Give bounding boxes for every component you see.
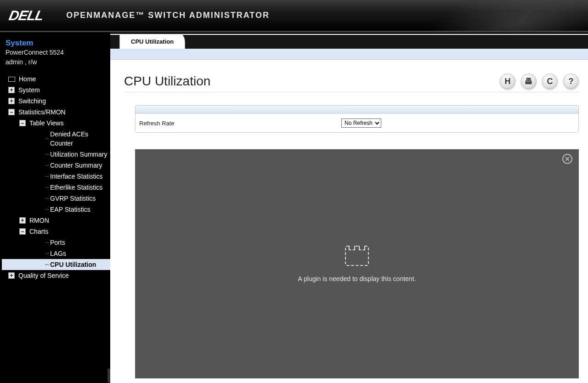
- nav-denied-label: Denied ACEs Counter: [50, 130, 110, 148]
- tree-connector: ┈: [45, 134, 48, 143]
- nav-gvrp[interactable]: ┈ GVRP Statistics: [2, 193, 110, 204]
- collapse-icon[interactable]: –: [8, 109, 15, 115]
- refresh-rate-select[interactable]: No Refresh: [341, 118, 381, 128]
- nav-qos-label: Quality of Service: [18, 271, 69, 280]
- toolbar: H 🖶 C ?: [500, 73, 579, 89]
- page-title: CPU Utilization: [124, 74, 210, 89]
- nav-ether-label: Etherlike Statistics: [50, 183, 102, 192]
- close-button[interactable]: ✕: [562, 154, 572, 164]
- expand-icon[interactable]: +: [19, 217, 26, 224]
- save-button[interactable]: H: [500, 73, 515, 89]
- user-role: admin , r/w: [6, 57, 105, 67]
- app-title: OPENMANAGE™ SWITCH ADMINISTRATOR: [66, 11, 270, 20]
- collapse-icon[interactable]: –: [19, 228, 26, 235]
- nav-table-views-label: Table Views: [29, 118, 63, 128]
- refresh-icon: C: [547, 77, 553, 86]
- nav-qos[interactable]: + Quality of Service: [2, 270, 110, 281]
- expand-icon[interactable]: +: [8, 98, 15, 104]
- nav-ports[interactable]: ┈ Ports: [2, 237, 110, 248]
- collapse-icon[interactable]: –: [19, 120, 26, 126]
- nav-eap[interactable]: ┈ EAP Statistics: [2, 204, 110, 215]
- help-button[interactable]: ?: [563, 73, 579, 89]
- nav-iface-stats[interactable]: ┈ Interface Statistics: [2, 171, 110, 182]
- expand-icon[interactable]: +: [8, 272, 15, 279]
- tree-connector: ┈: [45, 238, 48, 247]
- close-icon: ✕: [565, 155, 570, 163]
- nav-ether-stats[interactable]: ┈ Etherlike Statistics: [2, 182, 110, 193]
- print-icon: 🖶: [525, 77, 533, 86]
- nav-charts-label: Charts: [29, 227, 48, 236]
- tree-connector: ┈: [45, 183, 48, 192]
- plugin-message: A plugin is needed to display this conte…: [298, 275, 416, 282]
- save-icon: H: [505, 77, 511, 86]
- refresh-button[interactable]: C: [542, 73, 558, 89]
- plugin-icon: [345, 246, 369, 266]
- expand-icon[interactable]: +: [8, 87, 15, 93]
- nav-iface-label: Interface Statistics: [50, 172, 102, 181]
- nav-denied-aces[interactable]: ┈ Denied ACEs Counter: [2, 129, 110, 149]
- nav-switching[interactable]: + Switching: [2, 96, 110, 107]
- nav-statistics-rmon[interactable]: – Statistics/RMON: [2, 107, 110, 118]
- nav-system[interactable]: + System: [2, 84, 110, 96]
- nav-switching-label: Switching: [18, 96, 46, 106]
- nav-lags[interactable]: ┈ LAGs: [2, 248, 110, 259]
- tree-connector: ┈: [45, 161, 48, 170]
- nav-table-views[interactable]: – Table Views: [2, 118, 110, 129]
- refresh-rate-label: Refresh Rate: [139, 120, 341, 127]
- nav-cpu-utilization[interactable]: ┈ CPU Utilization: [2, 259, 110, 270]
- tree-connector: ┈: [45, 150, 48, 159]
- nav-home[interactable]: Home: [2, 73, 110, 84]
- sidebar: System PowerConnect 5524 admin , r/w Hom…: [0, 32, 110, 383]
- tab-cpu-utilization[interactable]: CPU Utilization: [119, 34, 185, 49]
- tree-connector: ┈: [45, 205, 48, 214]
- main-content: CPU Utilization CPU Utilization H 🖶 C ? …: [110, 32, 588, 383]
- tree-connector: ┈: [45, 194, 48, 203]
- nav-tree: Home + System + Switching – Statistics/R…: [0, 72, 110, 281]
- panel-header: [136, 106, 578, 114]
- nav-counter-label: Counter Summary: [50, 161, 102, 170]
- nav-cpu-label: CPU Utilization: [50, 260, 96, 269]
- nav-home-label: Home: [19, 74, 36, 84]
- sidebar-header: System PowerConnect 5524 admin , r/w: [0, 37, 110, 72]
- sidebar-resizer[interactable]: [107, 368, 110, 383]
- tree-connector: ┈: [45, 260, 48, 269]
- nav-charts[interactable]: – Charts: [2, 226, 110, 237]
- tree-connector: ┈: [45, 249, 48, 258]
- nav-stats-label: Statistics/RMON: [18, 107, 66, 117]
- tab-bar: CPU Utilization: [110, 32, 588, 49]
- help-icon: ?: [569, 77, 574, 86]
- chart-placeholder: ✕ A plugin is needed to display this con…: [135, 149, 579, 378]
- settings-panel: Refresh Rate No Refresh: [135, 105, 579, 133]
- home-icon: [8, 77, 15, 82]
- nav-eap-label: EAP Statistics: [50, 205, 90, 214]
- nav-rmon[interactable]: + RMON: [2, 215, 110, 226]
- app-header: DELL OPENMANAGE™ SWITCH ADMINISTRATOR: [0, 0, 588, 32]
- nav-lags-label: LAGs: [50, 249, 66, 258]
- nav-util-label: Utilization Summary: [50, 150, 107, 159]
- nav-ports-label: Ports: [50, 238, 65, 247]
- nav-rmon-label: RMON: [29, 216, 49, 225]
- nav-util-summary[interactable]: ┈ Utilization Summary: [2, 149, 110, 160]
- dell-logo: DELL: [7, 8, 45, 23]
- nav-gvrp-label: GVRP Statistics: [50, 194, 96, 203]
- nav-counter-summary[interactable]: ┈ Counter Summary: [2, 160, 110, 171]
- tree-connector: ┈: [45, 172, 48, 181]
- device-model: PowerConnect 5524: [6, 48, 105, 57]
- system-label: System: [6, 39, 105, 48]
- print-button[interactable]: 🖶: [521, 73, 537, 89]
- breadcrumb-bar: [110, 49, 588, 60]
- nav-system-label: System: [18, 85, 40, 95]
